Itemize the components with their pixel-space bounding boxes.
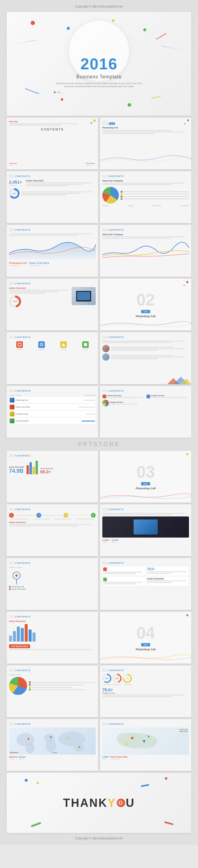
region-info: North China South China [180, 729, 188, 732]
slide-row-12: 01 CONTENTS Google Chrome [7, 665, 191, 717]
legend-row-3 [29, 686, 96, 688]
circle-label-3 [123, 684, 132, 685]
adobe-label-e: Adobe Illustrator [9, 620, 96, 622]
person1-text [111, 348, 185, 349]
cta-button[interactable]: Get Started Now [9, 644, 30, 648]
slide-03b-left: 03 CONTENTS Google Chrome Simple Graph P… [7, 386, 98, 438]
product-screen [133, 520, 158, 534]
stat-2045-label [102, 542, 107, 543]
slide-row-5: 05 CONTENTS Adobe Illustrator 47% [7, 279, 191, 331]
contents-l1: CONTENTS [15, 175, 31, 178]
flow-text-1 [11, 519, 28, 520]
flow-item-1: 1 2 3 4 [9, 513, 96, 518]
bar-chart-tall [9, 623, 96, 642]
app-bar-4 [82, 421, 95, 422]
gc-line-d1 [102, 695, 185, 695]
feat-icon-2 [146, 394, 151, 399]
circle-item-3: 75% [123, 674, 132, 686]
app-name-4: Adobe Illustrator [16, 420, 80, 422]
person2-text2 [111, 358, 158, 359]
donut-val: 65% [11, 190, 18, 197]
stat-big-78: 78.6+ [102, 687, 189, 692]
person2-text [111, 356, 185, 358]
text-line-2 [9, 125, 61, 126]
feat-card-3 [102, 577, 145, 586]
content-line-a [22, 191, 92, 192]
app-row-4: Adobe Illustrator [9, 418, 96, 424]
col-rating: Simple Graph [85, 394, 96, 396]
contents-l2: CONTENTS [15, 228, 31, 231]
slide-row-10: 03 CONTENTS Google Chrome Photoshop Cell [7, 558, 191, 610]
slide-04b-right: 04 CONTENTS Adobe Illustrator Google Chr… [100, 386, 191, 438]
bar-tall-3 [17, 626, 20, 642]
app-bar-1 [83, 400, 95, 401]
icon-box-green [82, 341, 89, 348]
deco-yellow-03 [186, 453, 188, 455]
china-map-svg [102, 727, 189, 755]
svg-point-16 [143, 740, 145, 742]
slide-02-right: 02 CONTENTS About Our Company [100, 171, 191, 223]
deco-line-yellow [151, 96, 161, 99]
num-05b: 05 [9, 453, 14, 458]
slide-01c-left: 01 CONTENTS 1 2 3 4 [7, 504, 98, 556]
china-stat-line-1 [102, 758, 106, 760]
flow-line-3 [69, 515, 90, 516]
svg-point-9 [58, 732, 85, 746]
slide-row-9: 01 CONTENTS 1 2 3 4 [7, 504, 191, 556]
feature-item-1: Adobe Illustrator [102, 394, 145, 399]
region-stat-2: Europe [18, 756, 26, 760]
num-02c: 02 [102, 507, 107, 512]
icon-box-yellow [60, 341, 67, 348]
label-growth: Growth Rate [181, 205, 189, 207]
num-04b: 04 [102, 388, 107, 393]
legend-l-1 [31, 682, 95, 683]
deco-green-02 [184, 285, 185, 286]
slide-row-7: 03 CONTENTS Google Chrome Simple Graph P… [7, 386, 191, 438]
person1-name [111, 347, 173, 348]
stat-3218: 3,218+ [112, 539, 119, 541]
text-line-ps3 [102, 133, 154, 134]
circle-chart-3: 75% [123, 674, 132, 683]
big-stat-74: 74.9B [9, 468, 24, 474]
app-icon-4 [10, 418, 14, 423]
num-02b: 02 [102, 335, 107, 339]
feat-line-2 [151, 397, 187, 398]
icon-shape-1 [18, 343, 22, 346]
adobe-c-line1 [9, 524, 91, 525]
slide-row-8: 05 CONTENTS Power Point 2013 74.9B [7, 451, 191, 503]
thank-o-circle: O [117, 799, 125, 807]
svg-point-11 [28, 738, 30, 740]
donut-chart-1: 65% [9, 188, 19, 199]
legend-r-1 [29, 681, 31, 683]
bar-r1 [27, 465, 29, 474]
app-icon-1 [10, 398, 14, 402]
deco-line-red [156, 33, 167, 40]
deco-line-left [13, 40, 36, 44]
circle-chart-2: 45% [113, 674, 122, 683]
app-bar-2 [79, 407, 95, 408]
watermark-row: PPTSTORE [0, 440, 198, 449]
deco-dot-yellow-1 [112, 19, 114, 22]
num-01d: 01 [9, 668, 14, 673]
line3-1 [9, 234, 91, 234]
icon-shape-2 [40, 343, 43, 346]
text-line-3 [10, 165, 14, 166]
screen-display [77, 292, 90, 300]
stat-pp-line [29, 265, 41, 266]
icon-label-1 [16, 349, 23, 350]
bar-b1 [30, 462, 32, 474]
deco-dot-blue-1 [67, 27, 70, 30]
location-svg [9, 569, 24, 585]
deco-line-right [161, 46, 185, 51]
google-chrome-label-d: Google Chrome [102, 692, 189, 694]
svg-point-8 [45, 739, 56, 752]
feat-name-3: Google Chrome [110, 401, 145, 403]
feat-name-2: Google Chrome [151, 395, 189, 397]
feat-line-1 [107, 397, 143, 398]
map-label-europe: Europe [52, 752, 57, 753]
pp-line-2 [26, 184, 82, 185]
feat-card-line-2b [147, 573, 172, 574]
progress-val-47: 47% [11, 298, 19, 305]
page-wrapper: Copyright © http://www.pptstore.net 2016… [0, 0, 198, 845]
legend-green [121, 198, 122, 200]
